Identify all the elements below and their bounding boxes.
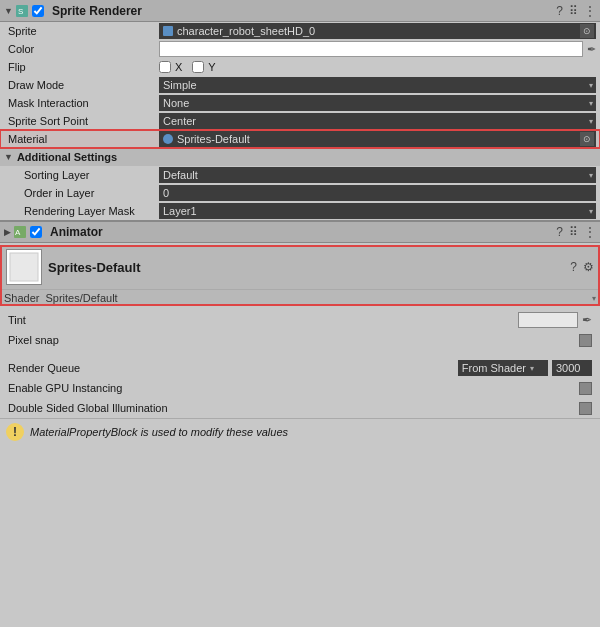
- svg-text:A: A: [15, 228, 21, 237]
- animator-header-icons: ? ⠿ ⋮: [556, 225, 596, 239]
- animator-enabled-checkbox[interactable]: [30, 226, 42, 238]
- pixel-snap-checkbox[interactable]: [579, 334, 592, 347]
- material-label: Material: [4, 133, 159, 145]
- flip-value: X Y: [159, 61, 596, 73]
- shader-label: Shader: [4, 292, 39, 304]
- overflow-icon[interactable]: ⋮: [584, 4, 596, 18]
- color-value: ✒: [159, 41, 596, 57]
- order-in-layer-row: Order in Layer 0: [0, 184, 600, 202]
- material-dot-icon: [163, 134, 173, 144]
- rendering-layer-mask-label: Rendering Layer Mask: [4, 205, 159, 217]
- material-help-icon[interactable]: ?: [570, 260, 577, 274]
- help-icon[interactable]: ?: [556, 4, 563, 18]
- pixel-snap-row: Pixel snap: [0, 330, 600, 350]
- mask-interaction-text: None: [163, 97, 189, 109]
- sprite-sort-point-label: Sprite Sort Point: [4, 115, 159, 127]
- flip-x-checkbox[interactable]: [159, 61, 171, 73]
- material-name: Sprites-Default: [48, 260, 570, 275]
- color-label: Color: [4, 43, 159, 55]
- material-preview: [6, 249, 42, 285]
- animator-overflow-icon[interactable]: ⋮: [584, 225, 596, 239]
- material-title-row: Sprites-Default ? ⚙: [0, 245, 600, 290]
- rendering-layer-mask-value: Layer1 ▾: [159, 203, 596, 219]
- sorting-layer-dropdown[interactable]: Default ▾: [159, 167, 596, 183]
- material-panel: Sprites-Default ? ⚙ Shader Sprites/Defau…: [0, 245, 600, 445]
- tint-swatch[interactable]: [518, 312, 578, 328]
- tint-row: Tint ✒: [0, 306, 600, 330]
- animator-settings-icon[interactable]: ⠿: [569, 225, 578, 239]
- draw-mode-value: Simple ▾: [159, 77, 596, 93]
- mask-interaction-dropdown[interactable]: None ▾: [159, 95, 596, 111]
- render-queue-dropdown[interactable]: From Shader ▾: [458, 360, 548, 376]
- tint-eyedropper-icon[interactable]: ✒: [582, 313, 592, 327]
- sprite-dot-icon: [163, 26, 173, 36]
- material-select-button[interactable]: ⊙: [580, 132, 594, 146]
- material-preview-image: [9, 252, 39, 282]
- sprite-select-button[interactable]: ⊙: [580, 24, 594, 38]
- shader-arrow-icon: ▾: [592, 294, 596, 303]
- double-sided-value: [579, 402, 592, 415]
- mask-interaction-label: Mask Interaction: [4, 97, 159, 109]
- mask-interaction-row: Mask Interaction None ▾: [0, 94, 600, 112]
- sprite-sort-point-value: Center ▾: [159, 113, 596, 129]
- mask-interaction-arrow-icon: ▾: [589, 99, 593, 108]
- mask-interaction-value: None ▾: [159, 95, 596, 111]
- material-header-actions: ? ⚙: [570, 260, 594, 274]
- animator-icon: A: [13, 225, 27, 239]
- additional-settings-header: ▼ Additional Settings: [0, 148, 600, 166]
- draw-mode-dropdown[interactable]: Simple ▾: [159, 77, 596, 93]
- sprite-renderer-panel: ▼ S Sprite Renderer ? ⠿ ⋮ Sprite charact…: [0, 0, 600, 221]
- sprite-sort-point-dropdown[interactable]: Center ▾: [159, 113, 596, 129]
- sprite-field[interactable]: character_robot_sheetHD_0 ⊙: [159, 23, 596, 39]
- rendering-layer-mask-arrow-icon: ▾: [589, 207, 593, 216]
- flip-row: Flip X Y: [0, 58, 600, 76]
- render-queue-number[interactable]: 3000: [552, 360, 592, 376]
- sprite-value: character_robot_sheetHD_0 ⊙: [159, 23, 596, 39]
- color-row: Color ✒: [0, 40, 600, 58]
- tint-value: ✒: [518, 312, 592, 328]
- animator-foldout-arrow[interactable]: ▶: [4, 227, 11, 237]
- double-sided-label: Double Sided Global Illumination: [8, 402, 579, 414]
- additional-settings-foldout[interactable]: ▼: [4, 152, 13, 162]
- color-eyedropper-icon[interactable]: ✒: [587, 43, 596, 56]
- enable-gpu-value: [579, 382, 592, 395]
- draw-mode-row: Draw Mode Simple ▾: [0, 76, 600, 94]
- material-value: Sprites-Default ⊙: [159, 131, 596, 147]
- flip-label: Flip: [4, 61, 159, 73]
- flip-y-label: Y: [208, 61, 215, 73]
- sprite-row: Sprite character_robot_sheetHD_0 ⊙: [0, 22, 600, 40]
- render-queue-value: From Shader ▾ 3000: [458, 360, 592, 376]
- material-block-highlighted: Sprites-Default ? ⚙ Shader Sprites/Defau…: [0, 245, 600, 306]
- material-field[interactable]: Sprites-Default ⊙: [159, 131, 596, 147]
- tint-label: Tint: [8, 314, 518, 326]
- sorting-layer-text: Default: [163, 169, 198, 181]
- material-title-block: Sprites-Default: [48, 260, 570, 275]
- enable-gpu-label: Enable GPU Instancing: [8, 382, 579, 394]
- svg-rect-5: [10, 253, 38, 281]
- sorting-layer-value: Default ▾: [159, 167, 596, 183]
- sprite-field-value: character_robot_sheetHD_0: [177, 25, 315, 37]
- info-row: ! MaterialPropertyBlock is used to modif…: [0, 418, 600, 445]
- sprite-sort-point-text: Center: [163, 115, 196, 127]
- order-in-layer-label: Order in Layer: [4, 187, 159, 199]
- material-row: Material Sprites-Default ⊙: [0, 130, 600, 148]
- draw-mode-text: Simple: [163, 79, 197, 91]
- flip-x-label: X: [175, 61, 182, 73]
- enable-gpu-checkbox[interactable]: [579, 382, 592, 395]
- info-text: MaterialPropertyBlock is used to modify …: [30, 426, 288, 438]
- render-queue-arrow-icon: ▾: [530, 364, 534, 373]
- material-field-value: Sprites-Default: [177, 133, 250, 145]
- settings-icon[interactable]: ⠿: [569, 4, 578, 18]
- animator-help-icon[interactable]: ?: [556, 225, 563, 239]
- foldout-arrow[interactable]: ▼: [4, 6, 13, 16]
- animator-title: Animator: [50, 225, 556, 239]
- flip-y-checkbox[interactable]: [192, 61, 204, 73]
- render-queue-label: Render Queue: [8, 362, 458, 374]
- color-field[interactable]: [159, 41, 583, 57]
- component-enabled-checkbox[interactable]: [32, 5, 44, 17]
- double-sided-checkbox[interactable]: [579, 402, 592, 415]
- shader-dropdown[interactable]: Sprites/Default ▾: [45, 292, 596, 304]
- material-gear-icon[interactable]: ⚙: [583, 260, 594, 274]
- rendering-layer-mask-dropdown[interactable]: Layer1 ▾: [159, 203, 596, 219]
- order-in-layer-field[interactable]: 0: [159, 185, 596, 201]
